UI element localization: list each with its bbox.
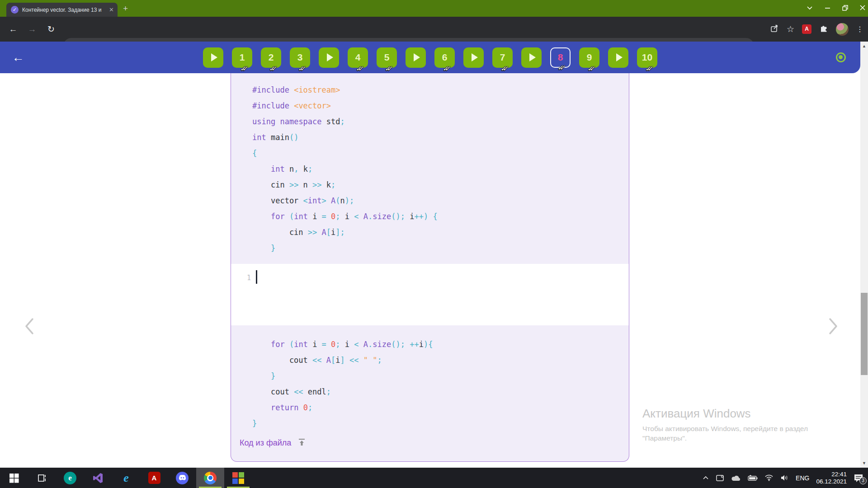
nav-play-button[interactable] [319, 47, 339, 68]
double-check-icon: ✓✓ [384, 65, 400, 73]
taskbar-app-discord[interactable] [168, 468, 196, 488]
line-number: 1 [243, 271, 251, 285]
play-icon [529, 53, 536, 61]
double-check-icon: ✓✓ [557, 64, 572, 72]
window-menu-icon[interactable] [807, 5, 813, 10]
carousel-prev-chevron[interactable] [23, 317, 36, 335]
acrobat-extension-icon[interactable]: A [802, 24, 811, 34]
reload-icon[interactable]: ↻ [43, 17, 59, 42]
nav-task-button-1[interactable]: 1✓✓ [232, 47, 252, 68]
battery-icon[interactable] [748, 475, 758, 481]
nav-play-button[interactable] [203, 47, 223, 68]
progress-ring-icon[interactable] [836, 52, 846, 62]
nav-task-button-6[interactable]: 6✓✓ [434, 47, 455, 68]
code-line: int main() [252, 130, 629, 145]
carousel-next-chevron[interactable] [826, 317, 840, 335]
code-line: { [252, 145, 629, 161]
scrollbar-thumb[interactable] [861, 293, 868, 375]
window-close-icon[interactable] [860, 5, 865, 10]
scroll-up-arrow-icon[interactable]: ▲ [860, 42, 868, 50]
taskbar-app-eset[interactable]: e [56, 468, 84, 488]
windows-activation-watermark: Активация Windows Чтобы активировать Win… [642, 407, 841, 443]
code-line: } [252, 240, 629, 256]
internet-explorer-icon: e [123, 471, 129, 485]
page-content: #include <iostream>#include <vector>usin… [0, 73, 860, 468]
code-line: } [252, 416, 629, 432]
watermark-line1: Чтобы активировать Windows, перейдите в … [642, 425, 808, 432]
double-check-icon: ✓✓ [297, 65, 313, 73]
code-line: int n, k; [252, 161, 629, 177]
tab-close-icon[interactable]: ✕ [109, 6, 114, 13]
nav-task-button-3[interactable]: 3✓✓ [290, 47, 310, 68]
nav-play-button[interactable] [406, 47, 426, 68]
nav-task-button-7[interactable]: 7✓✓ [492, 47, 513, 68]
play-icon [211, 53, 217, 61]
taskbar-app-internet-explorer[interactable]: e [112, 468, 140, 488]
code-line: using namespace std; [252, 114, 629, 130]
scroll-down-arrow-icon[interactable]: ▼ [860, 460, 868, 467]
window-minimize-icon[interactable] [825, 5, 830, 10]
tray-chevron-up-icon[interactable] [703, 476, 709, 480]
back-nav-icon[interactable]: ← [5, 17, 21, 42]
nav-play-button[interactable] [463, 47, 484, 68]
volume-icon[interactable] [780, 474, 789, 481]
clock[interactable]: 22:41 06.12.2021 [816, 471, 847, 485]
taskbar-app-colored-squares[interactable] [224, 468, 252, 488]
nav-task-button-2[interactable]: 2✓✓ [261, 47, 281, 68]
nav-play-button[interactable] [521, 47, 542, 68]
bookmark-star-icon[interactable]: ☆ [787, 24, 794, 34]
code-line: #include <iostream> [252, 82, 629, 98]
share-icon[interactable] [770, 24, 779, 34]
taskbar-app-chrome[interactable] [196, 468, 224, 488]
browser-menu-kebab-icon[interactable]: ⋮ [856, 25, 863, 33]
watermark-line2: "Параметры". [642, 434, 687, 442]
onedrive-cloud-icon[interactable] [731, 475, 741, 481]
browser-frame: ✓ Контейнер vector. Задание 13 и ✕ + [0, 0, 868, 17]
task-view-icon [37, 473, 47, 483]
browser-tab[interactable]: ✓ Контейнер vector. Задание 13 и ✕ [6, 3, 118, 17]
extensions-puzzle-icon[interactable] [819, 24, 828, 35]
code-line: #include <vector> [252, 98, 629, 114]
nav-play-button[interactable] [608, 47, 628, 68]
course-navbar: ← 1✓✓2✓✓3✓✓4✓✓5✓✓6✓✓7✓✓8✓✓9✓✓10✓✓ [0, 42, 860, 73]
clock-time: 22:41 [831, 471, 847, 478]
double-check-icon: ✓✓ [442, 65, 458, 73]
text-cursor [256, 270, 257, 284]
window-restore-icon[interactable] [842, 5, 848, 11]
upload-icon[interactable] [297, 438, 306, 448]
code-block-readonly-top: #include <iostream>#include <vector>usin… [231, 73, 629, 264]
code-block-readonly-bottom: for (int i = 0; i < A.size(); ++i){ cout… [231, 325, 629, 432]
taskbar-app-acrobat[interactable]: A [140, 468, 168, 488]
colored-squares-icon [232, 472, 244, 484]
nav-task-button-5[interactable]: 5✓✓ [377, 47, 397, 68]
taskbar-app-visual-studio[interactable] [84, 468, 112, 488]
play-icon [414, 53, 420, 61]
task-view-button[interactable] [28, 468, 56, 488]
play-icon [327, 53, 333, 61]
code-panel: #include <iostream>#include <vector>usin… [231, 73, 629, 462]
nav-task-button-10[interactable]: 10✓✓ [637, 47, 657, 68]
double-check-icon: ✓✓ [500, 65, 515, 73]
watermark-title: Активация Windows [642, 407, 841, 421]
notification-center-icon[interactable]: 3 [854, 474, 863, 483]
nav-task-button-8[interactable]: 8✓✓ [550, 47, 571, 68]
language-indicator[interactable]: ENG [796, 474, 809, 482]
nav-task-button-4[interactable]: 4✓✓ [348, 47, 368, 68]
profile-avatar[interactable] [836, 23, 849, 36]
code-editor-area[interactable]: 1 [231, 264, 629, 325]
code-line: } [252, 368, 629, 384]
eset-icon: e [64, 472, 76, 484]
new-tab-button[interactable]: + [123, 4, 128, 14]
wifi-icon[interactable] [764, 474, 774, 481]
notification-badge: 3 [859, 477, 867, 484]
double-check-icon: ✓✓ [240, 65, 255, 73]
code-from-file-link[interactable]: Код из файла [240, 438, 291, 448]
screen-cast-icon[interactable] [716, 474, 724, 482]
code-line: cout << A[i] << " "; [252, 352, 629, 368]
code-line: return 0; [252, 400, 629, 416]
page-scrollbar[interactable]: ▲ ▼ [860, 42, 868, 468]
start-button[interactable] [0, 468, 28, 488]
double-check-icon: ✓✓ [587, 65, 602, 73]
nav-task-button-9[interactable]: 9✓✓ [579, 47, 599, 68]
code-line: for (int i = 0; i < A.size(); i++) { [252, 209, 629, 225]
